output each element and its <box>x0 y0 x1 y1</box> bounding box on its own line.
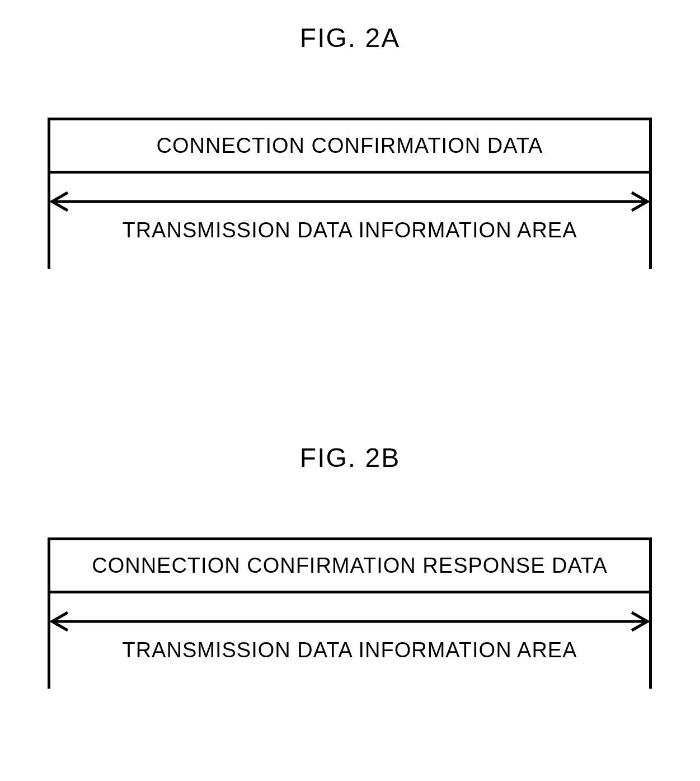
figure-a-data-box: CONNECTION CONFIRMATION DATA <box>48 118 652 174</box>
figure-b-data-box: CONNECTION CONFIRMATION RESPONSE DATA <box>48 537 652 593</box>
figure-b-block: CONNECTION CONFIRMATION RESPONSE DATA TR… <box>48 537 652 689</box>
figure-a-block: CONNECTION CONFIRMATION DATA TRANSMISSIO… <box>48 118 652 269</box>
double-arrow-icon <box>48 610 652 633</box>
double-arrow-icon <box>48 190 652 213</box>
figure-a-title: FIG. 2A <box>0 22 700 53</box>
figure-b-title: FIG. 2B <box>0 442 700 473</box>
diagram-page: FIG. 2A CONNECTION CONFIRMATION DATA TRA… <box>0 0 700 781</box>
figure-b-extent-label: TRANSMISSION DATA INFORMATION AREA <box>48 638 652 662</box>
figure-b-extent: TRANSMISSION DATA INFORMATION AREA <box>48 593 652 689</box>
figure-a-extent: TRANSMISSION DATA INFORMATION AREA <box>48 174 652 269</box>
figure-a-extent-label: TRANSMISSION DATA INFORMATION AREA <box>48 218 652 242</box>
